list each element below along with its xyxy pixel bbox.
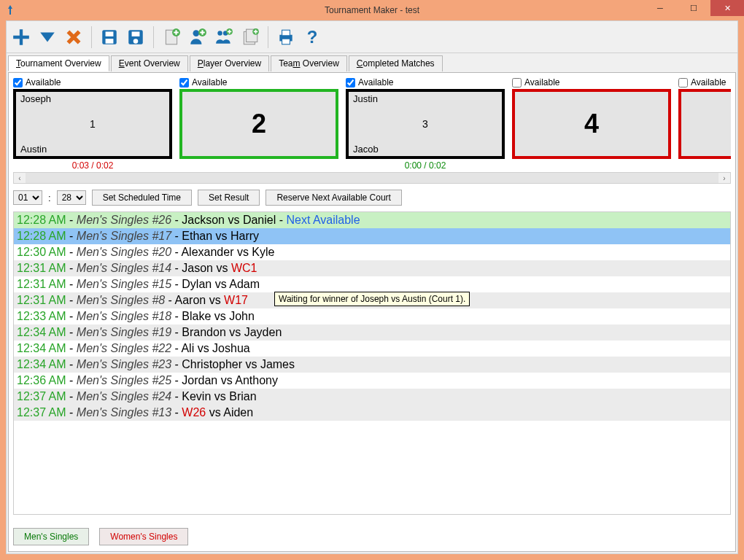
save-icon[interactable] (98, 26, 121, 49)
toolbar: ? (7, 21, 737, 53)
titlebar: Tournament Maker - test ─ ☐ ✕ (0, 0, 744, 20)
match-players: Brandon vs Jayden (182, 326, 282, 338)
available-label: Available (358, 77, 393, 88)
court-3[interactable]: AvailableJustin3Jacob0:00 / 0:02 (346, 77, 505, 171)
court-timer: 0:03 / 0:02 (13, 160, 172, 171)
court-player2: Austin (20, 144, 47, 155)
court-available-checkbox[interactable]: Available (179, 77, 338, 88)
match-players: Ethan vs Harry (182, 230, 259, 242)
open-icon[interactable] (36, 26, 59, 49)
new-icon[interactable] (9, 26, 33, 49)
svg-point-6 (133, 39, 139, 43)
match-row[interactable]: 12:37 AM - Men's Singles #13 - W26 vs Ai… (14, 405, 730, 421)
court-4[interactable]: Available4 (512, 77, 671, 171)
tab-team-overview[interactable]: Team Overview (271, 55, 347, 71)
scroll-track[interactable] (26, 173, 718, 183)
delete-icon[interactable] (62, 26, 85, 49)
match-list[interactable]: 12:28 AM - Men's Singles #26 - Jackson v… (13, 211, 731, 515)
tab-tournament-overview[interactable]: Tournament Overview (8, 55, 109, 71)
match-row[interactable]: 12:36 AM - Men's Singles #25 - Jordan vs… (14, 373, 730, 389)
svg-text:?: ? (307, 28, 318, 47)
court-box[interactable]: 4 (512, 89, 671, 159)
court-number: 1 (90, 118, 96, 130)
horizontal-scrollbar[interactable]: ‹ › (13, 172, 731, 184)
match-event: Men's Singles #8 (77, 294, 165, 306)
tab-event-overview[interactable]: Event Overview (111, 55, 188, 71)
court-box[interactable]: 2 (179, 89, 338, 159)
match-players: Kevin vs Brian (182, 390, 256, 402)
minute-select[interactable]: 28 (57, 190, 86, 205)
match-event: Men's Singles #14 (77, 262, 171, 274)
court-available-checkbox[interactable]: Available (512, 77, 671, 88)
toolbar-separator (268, 26, 268, 48)
match-row[interactable]: 12:31 AM - Men's Singles #14 - Jason vs … (14, 260, 730, 276)
available-checkbox[interactable] (179, 78, 189, 88)
add-player-icon[interactable] (186, 26, 209, 49)
scroll-right-arrow[interactable]: › (718, 173, 730, 183)
womens-singles-button[interactable]: Women's Singles (99, 528, 188, 545)
add-team-icon[interactable] (212, 26, 236, 49)
match-row[interactable]: 12:28 AM - Men's Singles #17 - Ethan vs … (14, 228, 730, 244)
court-number: 3 (422, 118, 428, 130)
svg-rect-5 (132, 31, 140, 36)
app-icon (4, 4, 16, 16)
minimize-button[interactable]: ─ (643, 0, 677, 16)
match-time: 12:31 AM (17, 278, 66, 290)
match-status: Next Available (286, 214, 360, 226)
match-time: 12:37 AM (17, 390, 66, 402)
set-scheduled-time-button[interactable]: Set Scheduled Time (92, 190, 192, 206)
courts-row: AvailableJoseph1Austin0:03 / 0:02Availab… (13, 77, 731, 171)
available-checkbox[interactable] (512, 78, 522, 88)
match-time: 12:30 AM (17, 246, 66, 258)
toolbar-separator (91, 26, 92, 48)
hour-select[interactable]: 01 (13, 190, 42, 205)
court-box[interactable]: Justin3Jacob (346, 89, 505, 159)
match-row[interactable]: 12:34 AM - Men's Singles #22 - Ali vs Jo… (14, 341, 730, 357)
help-icon[interactable]: ? (301, 26, 324, 49)
add-event-icon[interactable] (160, 26, 183, 49)
court-1[interactable]: AvailableJoseph1Austin0:03 / 0:02 (13, 77, 172, 171)
print-icon[interactable] (274, 26, 298, 49)
match-row[interactable]: 12:28 AM - Men's Singles #26 - Jackson v… (14, 212, 730, 228)
close-button[interactable]: ✕ (710, 0, 744, 16)
maximize-button[interactable]: ☐ (677, 0, 710, 16)
save-as-icon[interactable] (124, 26, 147, 49)
scroll-left-arrow[interactable]: ‹ (14, 173, 26, 183)
tab-player-overview[interactable]: Player Overview (190, 55, 269, 71)
reserve-court-button[interactable]: Reserve Next Available Court (266, 190, 402, 206)
match-row[interactable]: 12:33 AM - Men's Singles #18 - Blake vs … (14, 308, 730, 324)
set-result-button[interactable]: Set Result (198, 190, 260, 206)
court-box[interactable]: Joseph1Austin (13, 89, 172, 159)
time-colon: : (48, 192, 51, 203)
court-5[interactable]: Available (678, 77, 731, 171)
svg-rect-0 (9, 8, 11, 15)
court-timer (179, 160, 338, 171)
match-row[interactable]: 12:34 AM - Men's Singles #23 - Christoph… (14, 357, 730, 373)
match-row[interactable]: 12:31 AM - Men's Singles #15 - Dylan vs … (14, 276, 730, 292)
match-row[interactable]: 12:37 AM - Men's Singles #24 - Kevin vs … (14, 389, 730, 405)
match-row[interactable]: 12:34 AM - Men's Singles #19 - Brandon v… (14, 324, 730, 341)
tab-content: AvailableJoseph1Austin0:03 / 0:02Availab… (8, 72, 736, 552)
match-event: Men's Singles #20 (77, 246, 171, 258)
window-title: Tournament Maker - test (0, 5, 744, 15)
court-available-checkbox[interactable]: Available (346, 77, 505, 88)
match-row[interactable]: 12:30 AM - Men's Singles #20 - Alexander… (14, 244, 730, 260)
court-2[interactable]: Available2 (179, 77, 338, 171)
available-label: Available (691, 77, 726, 88)
tab-completed-matches[interactable]: Completed Matches (349, 55, 443, 71)
match-pending-player: W26 (182, 406, 206, 419)
match-players: Ali vs Joshua (181, 342, 249, 354)
svg-point-9 (193, 30, 200, 36)
available-checkbox[interactable] (678, 78, 688, 88)
svg-rect-19 (282, 39, 290, 44)
available-checkbox[interactable] (346, 78, 355, 88)
available-checkbox[interactable] (13, 78, 23, 88)
mens-singles-button[interactable]: Men's Singles (13, 528, 89, 545)
court-available-checkbox[interactable]: Available (678, 77, 731, 88)
court-available-checkbox[interactable]: Available (13, 77, 172, 88)
match-players: Dylan vs Adam (182, 278, 260, 290)
court-player1: Joseph (20, 93, 51, 104)
add-sheet-icon[interactable] (239, 26, 262, 49)
court-timer (678, 160, 731, 171)
court-box[interactable] (678, 89, 731, 159)
